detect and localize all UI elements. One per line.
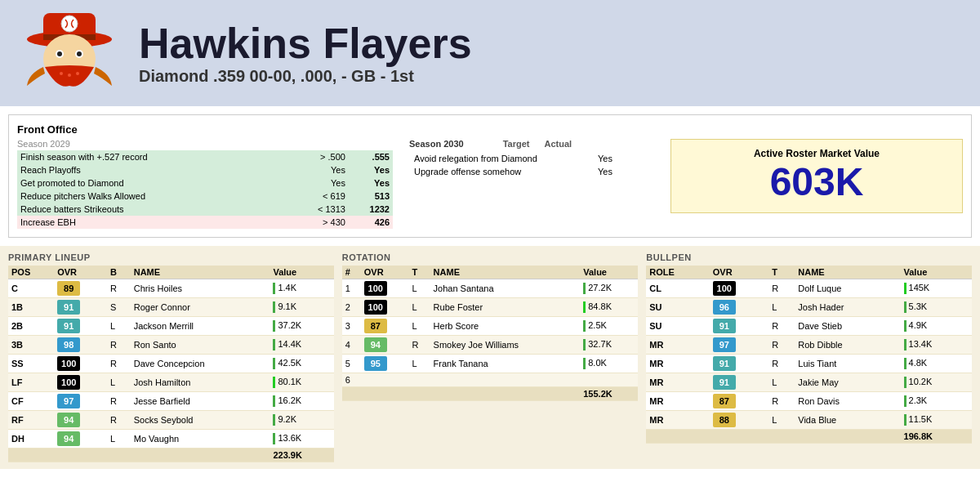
market-value-box: Active Roster Market Value 603K: [670, 139, 963, 213]
rotation-ovr: 94: [361, 336, 409, 355]
lineup-value: 14.4K: [270, 336, 333, 355]
bp-name: Vida Blue: [795, 411, 900, 430]
main-content: PRIMARY LINEUP POS OVR B NAME Value C 89…: [0, 246, 980, 469]
svg-point-7: [77, 51, 82, 56]
rotation-name: Herb Score: [430, 317, 581, 336]
fo-goal: Reduce pitchers Walks Allowed: [17, 190, 294, 203]
fo-goal: Reduce batters Strikeouts: [17, 203, 294, 216]
rot-col-t: T: [409, 266, 430, 279]
bp-name: Luis Tiant: [795, 355, 900, 373]
fo-2029-table: Finish season with +.527 record > .500 .…: [17, 150, 393, 229]
rotation-num: 6: [342, 373, 361, 387]
fo-goal: Increase EBH: [17, 216, 294, 229]
rotation-t: L: [409, 298, 430, 317]
lineup-value: 9.1K: [270, 298, 333, 317]
bp-col-role: ROLE: [646, 266, 710, 279]
rotation-name: Johan Santana: [430, 279, 581, 298]
rotation-value: 8.0K: [580, 355, 638, 373]
bullpen-table: ROLE OVR T NAME Value CL 100 R Dolf Luqu…: [646, 266, 972, 444]
rotation-title: ROTATION: [342, 252, 639, 262]
bp-t: R: [768, 317, 795, 336]
fo-season-2030-label: Season 2030: [409, 139, 464, 149]
bp-value: 145K: [901, 279, 972, 298]
lineup-value: 42.5K: [270, 355, 333, 373]
rotation-name: Rube Foster: [430, 298, 581, 317]
lineup-value: 9.2K: [270, 411, 333, 430]
rot-col-value: Value: [580, 266, 638, 279]
bp-name: Josh Hader: [795, 298, 900, 317]
lineup-total-row: 223.9K: [8, 449, 334, 462]
lineup-pos: 2B: [8, 317, 54, 336]
rotation-total: 155.2K: [580, 387, 638, 401]
fo-2030-target: Yes: [589, 165, 621, 178]
lineup-name: Jackson Merrill: [131, 317, 270, 336]
col-value: Value: [270, 266, 333, 279]
bp-role: MR: [646, 373, 710, 392]
fo-content: Season 2029 Finish season with +.527 rec…: [17, 139, 963, 229]
lineup-pos: CF: [8, 392, 54, 411]
bp-t: R: [768, 336, 795, 355]
lineup-b: R: [107, 411, 131, 430]
bp-value: 11.5K: [901, 411, 972, 430]
rotation-value: [580, 373, 638, 387]
bp-ovr: 100: [710, 279, 768, 298]
rotation-name: [430, 373, 581, 387]
bp-role: CL: [646, 279, 710, 298]
rotation-num: 2: [342, 298, 361, 317]
fo-market-value: Active Roster Market Value 603K: [670, 139, 963, 229]
rotation-total-row: 155.2K: [342, 387, 639, 401]
lineup-value: 1.4K: [270, 279, 333, 298]
bullpen-section: BULLPEN ROLE OVR T NAME Value CL 100 R D…: [646, 252, 972, 462]
fo-target: Yes: [294, 163, 352, 176]
lineup-pos: 1B: [8, 298, 54, 317]
rotation-t: L: [409, 317, 430, 336]
svg-point-8: [61, 16, 78, 32]
svg-point-11: [76, 72, 79, 75]
lineup-pos: 3B: [8, 336, 54, 355]
lineup-ovr: 94: [54, 430, 107, 449]
page-header: Hawkins Flayers Diamond .359 00-00, .000…: [0, 0, 980, 106]
lineup-value: 37.2K: [270, 317, 333, 336]
lineup-pos: SS: [8, 355, 54, 373]
rotation-ovr: [361, 373, 409, 387]
rotation-section: ROTATION # OVR T NAME Value 1 100 L Joha…: [342, 252, 639, 462]
front-office-section: Front Office Season 2029 Finish season w…: [8, 114, 972, 238]
rotation-value: 32.7K: [580, 336, 638, 355]
fo-actual: 426: [352, 216, 393, 229]
market-value-number: 603K: [688, 159, 946, 204]
fo-goal: Get promoted to Diamond: [17, 176, 294, 190]
bp-t: R: [768, 279, 795, 298]
bp-ovr: 88: [710, 411, 768, 430]
bullpen-title: BULLPEN: [646, 252, 972, 262]
primary-lineup-section: PRIMARY LINEUP POS OVR B NAME Value C 89…: [8, 252, 334, 462]
bp-role: SU: [646, 317, 710, 336]
fo-target: < 619: [294, 190, 352, 203]
lineup-pos: C: [8, 279, 54, 298]
team-logo: [16, 8, 122, 98]
rotation-ovr: 100: [361, 298, 409, 317]
market-value-title: Active Roster Market Value: [688, 148, 946, 159]
fo-2030-target: Yes: [589, 152, 621, 165]
svg-point-10: [68, 74, 71, 77]
bp-ovr: 91: [710, 373, 768, 392]
lineup-pos: DH: [8, 430, 54, 449]
fo-actual: 513: [352, 190, 393, 203]
bp-t: L: [768, 411, 795, 430]
lineup-ovr: 97: [54, 392, 107, 411]
lineup-value: 80.1K: [270, 373, 333, 392]
rotation-num: 3: [342, 317, 361, 336]
lineup-b: R: [107, 355, 131, 373]
lineup-ovr: 94: [54, 411, 107, 430]
rot-col-num: #: [342, 266, 361, 279]
bp-role: MR: [646, 411, 710, 430]
bp-role: SU: [646, 298, 710, 317]
bp-t: L: [768, 373, 795, 392]
team-name: Hawkins Flayers: [139, 20, 472, 67]
rotation-t: R: [409, 336, 430, 355]
svg-point-6: [57, 51, 62, 56]
lineup-name: Dave Concepcion: [131, 355, 270, 373]
lineup-table: POS OVR B NAME Value C 89 R Chris Hoiles…: [8, 266, 334, 462]
lineup-name: Ron Santo: [131, 336, 270, 355]
lineup-value: 13.6K: [270, 430, 333, 449]
fo-2030-goal: Avoid relegation from Diamond: [409, 152, 589, 165]
